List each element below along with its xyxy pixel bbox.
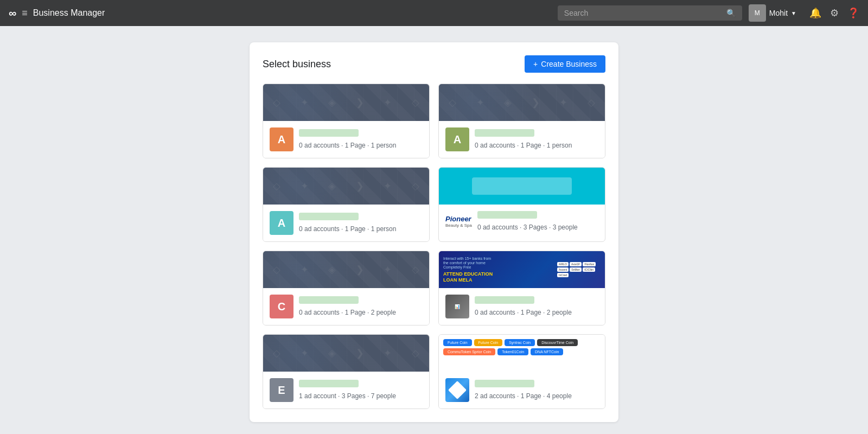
- card-banner: ◇✦◈❯✦◇: [439, 84, 605, 121]
- card-banner: ◇✦◈❯✦◇: [263, 168, 429, 205]
- biz-logo: Pioneer Beauty & Spa: [445, 215, 472, 228]
- card-banner: ◇✦◈❯✦◇: [263, 335, 429, 372]
- biz-name-placeholder: [299, 213, 359, 220]
- biz-details: 2 ad accounts · 1 Page · 4 people: [475, 380, 598, 400]
- edu-text-2: ATTEND EDUCATIONLOAN MELA: [443, 271, 557, 283]
- card-info: A 0 ad accounts · 1 Page · 1 person: [263, 121, 429, 158]
- banner-pattern: ◇✦◈❯✦◇: [439, 84, 605, 121]
- edu-badge: SriMon: [570, 267, 582, 272]
- business-grid: ◇✦◈❯✦◇ A 0 ad accounts · 1 Page · 1 pers…: [263, 84, 605, 409]
- search-bar[interactable]: 🔍: [558, 5, 742, 21]
- biz-details: 0 ad accounts · 1 Page · 1 person: [299, 129, 423, 150]
- card-info: 📊 0 ad accounts · 1 Page · 2 people: [439, 288, 605, 325]
- pill: CommuToken Sprior Coin: [443, 348, 495, 355]
- banner-cyan-placeholder: [472, 177, 572, 195]
- biz-thumbnail: 📊: [445, 295, 469, 318]
- biz-meta: 2 ad accounts · 1 Page · 4 people: [475, 392, 572, 400]
- biz-avatar: A: [270, 211, 293, 235]
- search-input[interactable]: [564, 9, 722, 17]
- create-button-label: Create Business: [541, 60, 597, 68]
- main-content: Select business + Create Business ◇✦◈❯✦◇…: [0, 26, 868, 434]
- user-menu[interactable]: M Mohit ▼: [749, 4, 796, 22]
- biz-avatar: C: [270, 295, 293, 318]
- edu-text-1: Interact with 15+ banks fromthe comfort …: [443, 257, 557, 270]
- help-icon[interactable]: ❓: [847, 7, 859, 19]
- biz-details: 0 ad accounts · 3 Pages · 3 people: [477, 211, 598, 232]
- edu-badge: ICICIbn: [583, 267, 595, 272]
- business-card[interactable]: ◇✦◈❯✦◇ C 0 ad accounts · 1 Page · 2 peop…: [263, 251, 430, 326]
- biz-meta: 0 ad accounts · 1 Page · 1 person: [475, 142, 572, 149]
- biz-name-placeholder: [475, 129, 534, 137]
- business-card[interactable]: ◇✦◈❯✦◇ E 1 ad account · 3 Pages · 7 peop…: [263, 334, 430, 409]
- pill: Syntrac Coin: [505, 339, 535, 346]
- biz-details: 0 ad accounts · 1 Page · 2 people: [299, 296, 423, 317]
- biz-details: 0 ad accounts · 1 Page · 2 people: [475, 296, 598, 317]
- diamond-inner: [448, 381, 467, 399]
- pill: DNA NFTCoin: [531, 348, 563, 355]
- panel-title: Select business: [263, 59, 331, 70]
- biz-name-placeholder: [299, 296, 359, 304]
- panel-header: Select business + Create Business: [263, 55, 605, 73]
- biz-name-placeholder: [475, 296, 534, 304]
- pill: Future Coin: [443, 339, 472, 346]
- pioneer-sub: Beauty & Spa: [445, 223, 472, 228]
- biz-avatar: A: [270, 127, 293, 151]
- user-name: Mohit: [769, 9, 788, 17]
- banner-pattern: ◇✦◈❯✦◇: [263, 84, 429, 121]
- card-info: A 0 ad accounts · 1 Page · 1 person: [263, 205, 429, 241]
- biz-avatar: E: [270, 378, 293, 402]
- biz-diamond-logo: [445, 378, 469, 402]
- create-business-button[interactable]: + Create Business: [525, 55, 605, 73]
- business-card[interactable]: ◇✦◈❯✦◇ A 0 ad accounts · 1 Page · 1 pers…: [263, 84, 430, 158]
- biz-meta: 0 ad accounts · 1 Page · 1 person: [299, 142, 396, 149]
- biz-avatar: A: [445, 127, 469, 151]
- biz-name-placeholder: [299, 380, 359, 387]
- chevron-down-icon: ▼: [791, 10, 796, 16]
- edu-badges: AIRLO AxisGF Flonfion Ascent SriMon ICIC…: [557, 262, 601, 277]
- biz-details: 1 ad account · 3 Pages · 7 people: [299, 380, 423, 400]
- business-card[interactable]: Interact with 15+ banks fromthe comfort …: [438, 251, 605, 326]
- edu-badge: Flonfion: [583, 262, 596, 266]
- pioneer-name: Pioneer: [445, 215, 471, 223]
- pill: Token01Coin: [497, 348, 528, 355]
- search-icon: 🔍: [726, 9, 736, 17]
- edu-badge: Ascent: [557, 267, 569, 272]
- pill: DiscouvrTime Coin: [537, 339, 578, 346]
- biz-meta: 0 ad accounts · 1 Page · 1 person: [299, 225, 396, 233]
- settings-icon[interactable]: ⚙: [830, 7, 839, 19]
- card-info: 2 ad accounts · 1 Page · 4 people: [439, 372, 605, 409]
- biz-name-placeholder: [477, 211, 537, 219]
- banner-pattern: ◇✦◈❯✦◇: [263, 335, 429, 372]
- card-banner: Interact with 15+ banks fromthe comfort …: [439, 251, 605, 288]
- card-banner: [439, 168, 605, 205]
- nav-icons: 🔔 ⚙ ❓: [809, 7, 859, 19]
- card-banner: ◇✦◈❯✦◇: [263, 251, 429, 288]
- business-card[interactable]: Future Coin Future Coin Syntrac Coin Dis…: [438, 334, 605, 409]
- card-info: Pioneer Beauty & Spa 0 ad accounts · 3 P…: [439, 205, 605, 238]
- banner-pattern: ◇✦◈❯✦◇: [263, 168, 429, 205]
- nav-logo: ∞ ≡ Business Manager: [9, 7, 105, 20]
- business-card[interactable]: Pioneer Beauty & Spa 0 ad accounts · 3 P…: [438, 167, 605, 242]
- navbar: ∞ ≡ Business Manager 🔍 M Mohit ▼ 🔔 ⚙ ❓: [0, 0, 868, 26]
- notifications-icon[interactable]: 🔔: [809, 7, 821, 19]
- business-card[interactable]: ◇✦◈❯✦◇ A 0 ad accounts · 1 Page · 1 pers…: [438, 84, 605, 158]
- edu-badge: InCred: [557, 273, 569, 277]
- biz-meta: 0 ad accounts · 1 Page · 2 people: [299, 309, 396, 316]
- card-info: C 0 ad accounts · 1 Page · 2 people: [263, 288, 429, 325]
- pill: Future Coin: [474, 339, 503, 346]
- card-banner: ◇✦◈❯✦◇: [263, 84, 429, 121]
- biz-meta: 1 ad account · 3 Pages · 7 people: [299, 392, 396, 400]
- card-info: E 1 ad account · 3 Pages · 7 people: [263, 372, 429, 409]
- app-title: Business Manager: [33, 8, 105, 18]
- edu-badge: AxisGF: [570, 262, 582, 266]
- plus-icon: +: [533, 60, 538, 68]
- card-banner: Future Coin Future Coin Syntrac Coin Dis…: [439, 335, 605, 372]
- hamburger-icon[interactable]: ≡: [22, 8, 28, 19]
- biz-details: 0 ad accounts · 1 Page · 1 person: [299, 213, 423, 233]
- business-card[interactable]: ◇✦◈❯✦◇ A 0 ad accounts · 1 Page · 1 pers…: [263, 167, 430, 242]
- biz-meta: 0 ad accounts · 1 Page · 2 people: [475, 309, 572, 316]
- meta-logo-icon: ∞: [9, 7, 16, 20]
- biz-meta: 0 ad accounts · 3 Pages · 3 people: [477, 224, 578, 231]
- biz-name-placeholder: [475, 380, 534, 387]
- banner-edu-left: Interact with 15+ banks fromthe comfort …: [443, 257, 557, 283]
